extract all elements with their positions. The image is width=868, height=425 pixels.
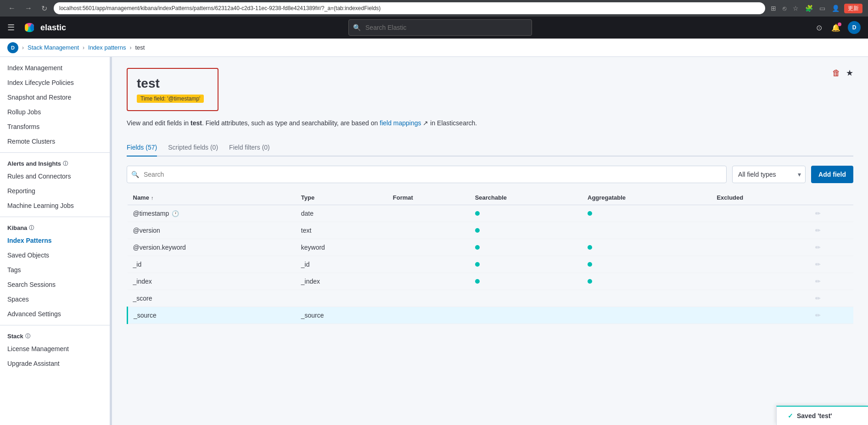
extensions-btn[interactable]: 🧩 [803, 4, 815, 13]
sidebar-item-ml-jobs[interactable]: Machine Learning Jobs [0, 198, 110, 213]
field-excluded-cell [711, 222, 810, 239]
alerts-info-icon: ⓘ [63, 160, 68, 167]
breadcrumb-sep-2: › [129, 45, 131, 51]
screen-capture-btn[interactable]: ⊞ [769, 4, 778, 13]
back-button[interactable]: ← [6, 3, 18, 13]
field-edit-cell: ✏ [810, 307, 853, 324]
breadcrumb-index-patterns[interactable]: Index patterns [88, 44, 126, 51]
sidebar-item-index-lifecycle[interactable]: Index Lifecycle Policies [0, 75, 110, 90]
profile-btn[interactable]: 👤 [830, 4, 841, 13]
aggregatable-dot [588, 211, 592, 216]
th-name[interactable]: Name ↑ [128, 190, 296, 205]
table-row: _index _index ✏ [128, 273, 854, 290]
sidebar: Index Management Index Lifecycle Policie… [0, 57, 110, 425]
field-mappings-link[interactable]: field mappings [380, 119, 421, 127]
field-aggregatable-cell [582, 273, 711, 290]
user-avatar[interactable]: D [848, 21, 861, 34]
edit-icon[interactable]: ✏ [815, 312, 821, 319]
sidebar-divider-1 [0, 152, 110, 153]
field-excluded-cell [711, 307, 810, 324]
table-row: @version.keyword keyword ✏ [128, 239, 854, 256]
forward-button[interactable]: → [22, 3, 35, 13]
bookmark-btn[interactable]: ☆ [791, 4, 801, 13]
reload-button[interactable]: ↻ [39, 3, 50, 14]
header-search-input[interactable] [348, 19, 532, 36]
field-excluded-cell [711, 205, 810, 222]
field-edit-cell: ✏ [810, 290, 853, 307]
share-btn[interactable]: ⎋ [781, 4, 788, 13]
tab-fields[interactable]: Fields (57) [127, 139, 157, 157]
edit-icon[interactable]: ✏ [815, 295, 821, 302]
breadcrumb-bar: D › Stack Management › Index patterns › … [0, 39, 868, 57]
edit-icon[interactable]: ✏ [815, 261, 821, 268]
sidebar-item-saved-objects[interactable]: Saved Objects [0, 248, 110, 263]
sidebar-item-snapshot[interactable]: Snapshot and Restore [0, 90, 110, 105]
delete-pattern-button[interactable]: 🗑 [832, 68, 840, 78]
add-field-button[interactable]: Add field [811, 166, 853, 183]
breadcrumb-sep-0: › [22, 45, 24, 51]
field-search-input[interactable] [127, 166, 727, 183]
field-type-filter[interactable]: All field types [732, 166, 806, 183]
field-aggregatable-cell [582, 256, 711, 273]
breadcrumb-sep-1: › [83, 45, 84, 51]
check-icon: ✓ [788, 412, 793, 419]
field-search-wrapper: 🔍 [127, 166, 727, 183]
tab-field-filters[interactable]: Field filters (0) [229, 139, 270, 157]
breadcrumb-stack-management[interactable]: Stack Management [28, 44, 79, 51]
edit-icon[interactable]: ✏ [815, 227, 821, 234]
table-row: _source _source ✏ [128, 307, 854, 324]
field-type-cell [296, 290, 387, 307]
sidebar-item-reporting[interactable]: Reporting [0, 184, 110, 198]
sidebar-item-index-management[interactable]: Index Management [0, 61, 110, 75]
field-format-cell [387, 222, 470, 239]
pattern-card: test Time field: '@timestamp' [127, 68, 218, 111]
th-searchable: Searchable [470, 190, 582, 205]
elastic-logo[interactable]: elastic [22, 20, 66, 35]
sidebar-item-advanced-settings[interactable]: Advanced Settings [0, 307, 110, 321]
field-excluded-cell [711, 290, 810, 307]
table-row: _id _id ✏ [128, 256, 854, 273]
saved-toast: ✓ Saved 'test' [776, 406, 868, 425]
field-name-cell: _source [128, 307, 296, 324]
field-name-cell: @version [128, 222, 296, 239]
display-settings-btn[interactable]: ⊙ [814, 22, 824, 34]
sidebar-item-search-sessions[interactable]: Search Sessions [0, 277, 110, 292]
field-type-filter-wrapper: All field types [732, 166, 806, 183]
sidebar-item-index-patterns[interactable]: Index Patterns [0, 233, 110, 248]
url-bar[interactable]: localhost:5601/app/management/kibana/ind… [54, 2, 765, 14]
sidebar-item-transforms[interactable]: Transforms [0, 119, 110, 134]
field-name-cell: @timestamp 🕐 [128, 205, 296, 222]
sidebar-item-rollup[interactable]: Rollup Jobs [0, 105, 110, 119]
edit-icon[interactable]: ✏ [815, 244, 821, 251]
searchable-dot [475, 279, 480, 284]
field-format-cell [387, 205, 470, 222]
hamburger-menu[interactable]: ☰ [7, 22, 15, 33]
sidebar-item-tags[interactable]: Tags [0, 263, 110, 277]
sidebar-item-spaces[interactable]: Spaces [0, 292, 110, 307]
window-btn[interactable]: ▭ [818, 4, 827, 13]
browser-actions: ⊞ ⎋ ☆ 🧩 ▭ 👤 更新 [769, 4, 862, 13]
edit-icon[interactable]: ✏ [815, 210, 821, 217]
field-searchable-cell [470, 205, 582, 222]
edit-icon[interactable]: ✏ [815, 278, 821, 285]
th-excluded: Excluded [711, 190, 810, 205]
kibana-info-icon: ⓘ [29, 224, 34, 231]
table-row: @version text ✏ [128, 222, 854, 239]
notifications-btn[interactable]: 🔔 [829, 22, 842, 34]
tab-scripted-fields[interactable]: Scripted fields (0) [168, 139, 218, 157]
th-actions [810, 190, 853, 205]
sidebar-item-rules[interactable]: Rules and Connectors [0, 169, 110, 184]
aggregatable-dot [588, 279, 592, 284]
sidebar-item-license[interactable]: License Management [0, 341, 110, 356]
name-sort-icon: ↑ [151, 195, 154, 201]
field-aggregatable-cell [582, 307, 711, 324]
update-button[interactable]: 更新 [844, 4, 862, 13]
content-area: 🗑 ★ test Time field: '@timestamp' View a… [112, 57, 868, 425]
field-format-cell [387, 256, 470, 273]
star-pattern-button[interactable]: ★ [846, 68, 853, 78]
table-header: Name ↑ Type Format Searchable Aggregatab… [128, 190, 854, 205]
notification-dot [838, 22, 841, 26]
sidebar-item-remote-clusters[interactable]: Remote Clusters [0, 134, 110, 149]
sidebar-item-upgrade[interactable]: Upgrade Assistant [0, 356, 110, 371]
th-format: Format [387, 190, 470, 205]
